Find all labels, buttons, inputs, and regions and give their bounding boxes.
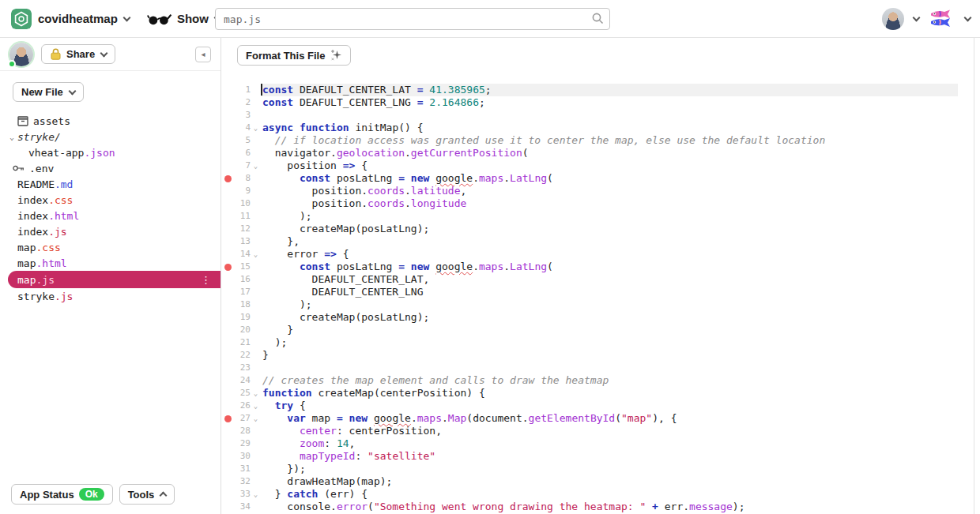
- code-line-8[interactable]: 8 const posLatLng = new google.maps.LatL…: [221, 172, 980, 185]
- file-row-index.html[interactable]: index.html: [0, 208, 220, 223]
- user-avatar[interactable]: [882, 8, 904, 30]
- show-menu[interactable]: Show: [147, 12, 220, 26]
- file-search-input[interactable]: [215, 8, 610, 30]
- code-text[interactable]: );: [261, 336, 958, 349]
- error-marker-dot[interactable]: [224, 175, 232, 182]
- error-marker-dot[interactable]: [224, 264, 232, 271]
- code-line-12[interactable]: 12 createMap(posLatLng);: [221, 223, 980, 235]
- file-row-map.css[interactable]: map.css: [0, 239, 220, 255]
- code-text[interactable]: var map = new google.maps.Map(document.g…: [261, 412, 958, 425]
- code-text[interactable]: // if location access was granted use it…: [261, 134, 958, 147]
- file-row-stryke.js[interactable]: stryke.js: [0, 288, 220, 304]
- code-text[interactable]: try {: [261, 400, 958, 412]
- code-text[interactable]: createMap(posLatLng);: [261, 223, 958, 235]
- fold-chevron-icon[interactable]: ⌄: [251, 387, 261, 400]
- code-text[interactable]: position.coords.longitude: [261, 197, 958, 210]
- fold-chevron-icon[interactable]: ⌄: [251, 248, 261, 261]
- file-row-README.md[interactable]: README.md: [0, 176, 220, 192]
- file-row-assets[interactable]: assets: [0, 113, 220, 129]
- code-line-16[interactable]: 16 DEAFULT_CENTER_LAT,: [221, 273, 980, 286]
- new-file-button[interactable]: New File: [13, 82, 84, 102]
- collapse-sidebar-button[interactable]: ◂: [195, 47, 211, 62]
- code-line-9[interactable]: 9 position.coords.latitude,: [221, 185, 980, 197]
- code-text[interactable]: center: centerPosition,: [261, 425, 958, 437]
- fold-chevron-icon[interactable]: ⌄: [251, 488, 261, 501]
- code-text[interactable]: }: [261, 349, 958, 362]
- code-text[interactable]: }: [261, 324, 958, 336]
- code-line-13[interactable]: 13 },: [221, 235, 980, 248]
- file-row-index.css[interactable]: index.css: [0, 192, 220, 208]
- file-row-map.js[interactable]: map.js⋮: [8, 271, 220, 288]
- code-text[interactable]: // creates the map element and calls to …: [261, 374, 958, 387]
- error-marker-dot[interactable]: [224, 415, 232, 422]
- user-menu-chevron-down-icon[interactable]: [913, 14, 921, 22]
- file-tree-folder-stryke[interactable]: ⌄stryke/: [0, 129, 220, 144]
- code-line-19[interactable]: 19 createMap(posLatLng);: [221, 311, 980, 324]
- code-text[interactable]: const posLatLng = new google.maps.LatLng…: [261, 172, 958, 185]
- fish-flags-icon[interactable]: [930, 9, 956, 29]
- code-text[interactable]: );: [261, 298, 958, 311]
- code-line-5[interactable]: 5 // if location access was granted use …: [221, 134, 980, 147]
- code-text[interactable]: console.error("Something went wrong draw…: [261, 501, 958, 513]
- code-text[interactable]: zoom: 14,: [261, 437, 958, 450]
- editor-scrollbar[interactable]: [974, 38, 974, 514]
- code-line-14[interactable]: 14⌄ error => {: [221, 248, 980, 261]
- code-text[interactable]: async function initMap() {: [261, 122, 958, 134]
- code-text[interactable]: position.coords.latitude,: [261, 185, 958, 197]
- code-text[interactable]: );: [261, 210, 958, 223]
- code-line-34[interactable]: 34 console.error("Something went wrong d…: [221, 501, 980, 513]
- code-line-27[interactable]: 27⌄ var map = new google.maps.Map(docume…: [221, 412, 980, 425]
- code-line-33[interactable]: 33⌄ } catch (err) {: [221, 488, 980, 501]
- folder-chevron-down-icon[interactable]: ⌄: [9, 133, 14, 141]
- code-text[interactable]: DEAFULT_CENTER_LAT,: [261, 273, 958, 286]
- app-status-button[interactable]: App Status Ok: [11, 484, 113, 505]
- code-text[interactable]: const DEAFULT_CENTER_LAT = 41.385965;: [261, 84, 958, 96]
- code-line-10[interactable]: 10 position.coords.longitude: [221, 197, 980, 210]
- code-line-11[interactable]: 11 );: [221, 210, 980, 223]
- code-line-6[interactable]: 6 navigator.geolocation.getCurrentPositi…: [221, 147, 980, 159]
- fold-chevron-icon[interactable]: ⌄: [251, 159, 261, 172]
- code-text[interactable]: mapTypeId: "satellite": [261, 450, 958, 463]
- fold-chevron-icon[interactable]: ⌄: [251, 400, 261, 412]
- code-text[interactable]: function createMap(centerPosition) {: [261, 387, 958, 400]
- code-line-22[interactable]: 22}: [221, 349, 980, 362]
- file-options-icon[interactable]: ⋮: [201, 274, 211, 286]
- project-logo-icon[interactable]: [11, 9, 32, 29]
- code-text[interactable]: DEAFULT_CENTER_LNG: [261, 286, 958, 298]
- file-row-index.js[interactable]: index.js: [0, 223, 220, 239]
- tools-button[interactable]: Tools: [119, 484, 175, 505]
- code-line-2[interactable]: 2const DEAFULT_CENTER_LNG = 2.164866;: [221, 96, 980, 109]
- code-line-30[interactable]: 30 mapTypeId: "satellite": [221, 450, 980, 463]
- file-row-vheat-app.json[interactable]: vheat-app.json: [0, 144, 220, 160]
- code-text[interactable]: const DEAFULT_CENTER_LNG = 2.164866;: [261, 96, 958, 109]
- file-row-map.html[interactable]: map.html: [0, 255, 220, 271]
- code-text[interactable]: navigator.geolocation.getCurrentPosition…: [261, 147, 958, 159]
- code-line-25[interactable]: 25⌄function createMap(centerPosition) {: [221, 387, 980, 400]
- code-line-7[interactable]: 7⌄ position => {: [221, 159, 980, 172]
- code-text[interactable]: error => {: [261, 248, 958, 261]
- member-avatar[interactable]: [9, 43, 33, 66]
- code-text[interactable]: position => {: [261, 159, 958, 172]
- code-line-18[interactable]: 18 );: [221, 298, 980, 311]
- project-chevron-down-icon[interactable]: [122, 13, 130, 21]
- code-line-32[interactable]: 32 drawHeatMap(map);: [221, 475, 980, 488]
- format-file-button[interactable]: Format This File: [237, 45, 351, 66]
- code-line-4[interactable]: 4⌄async function initMap() {: [221, 122, 980, 134]
- fold-chevron-icon[interactable]: ⌄: [251, 122, 261, 134]
- code-line-31[interactable]: 31 });: [221, 463, 980, 475]
- code-line-24[interactable]: 24// creates the map element and calls t…: [221, 374, 980, 387]
- code-text[interactable]: });: [261, 463, 958, 475]
- share-button[interactable]: Share: [41, 44, 115, 64]
- code-line-1[interactable]: 1const DEAFULT_CENTER_LAT = 41.385965;: [221, 84, 980, 96]
- code-line-28[interactable]: 28 center: centerPosition,: [221, 425, 980, 437]
- project-name[interactable]: covidheatmap: [38, 12, 118, 25]
- code-text[interactable]: drawHeatMap(map);: [261, 475, 958, 488]
- code-line-15[interactable]: 15 const posLatLng = new google.maps.Lat…: [221, 261, 980, 273]
- code-line-20[interactable]: 20 }: [221, 324, 980, 336]
- code-text[interactable]: } catch (err) {: [261, 488, 958, 501]
- code-line-17[interactable]: 17 DEAFULT_CENTER_LNG: [221, 286, 980, 298]
- file-row-.env[interactable]: .env: [0, 160, 220, 176]
- code-line-23[interactable]: 23: [221, 362, 980, 374]
- code-line-3[interactable]: 3: [221, 109, 980, 122]
- code-text[interactable]: [261, 109, 958, 122]
